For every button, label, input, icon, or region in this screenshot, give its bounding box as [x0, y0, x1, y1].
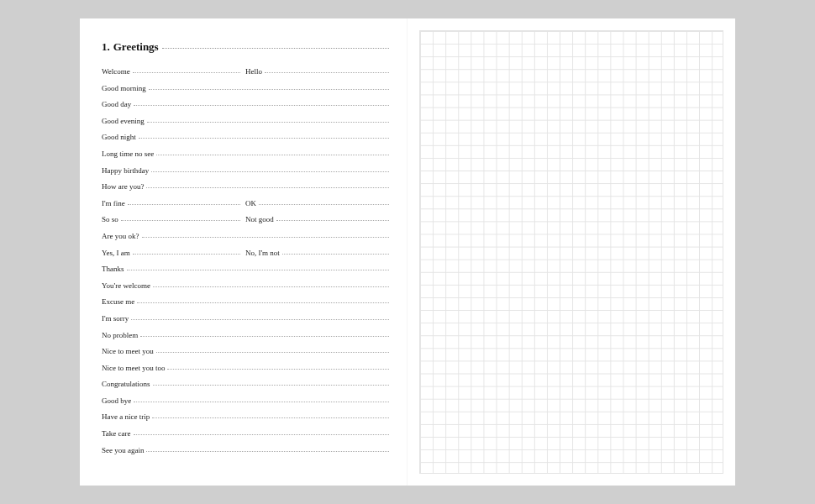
fill-line	[282, 254, 389, 255]
vocab-cell: Thanks	[102, 265, 389, 273]
fill-line	[139, 138, 389, 139]
vocab-term: I'm fine	[102, 199, 128, 207]
section-number: 1.	[102, 40, 113, 54]
vocab-cell: Good day	[102, 100, 389, 108]
vocab-cell: You're welcome	[102, 281, 389, 290]
vocab-row: Congratulations	[102, 380, 389, 396]
fill-line	[134, 105, 389, 106]
fill-line	[276, 220, 389, 221]
fill-line	[133, 254, 240, 255]
page-spread: 1. Greetings WelcomeHelloGood morningGoo…	[80, 18, 735, 486]
vocab-term: Take care	[102, 429, 134, 438]
vocab-row: No problem	[102, 331, 389, 348]
vocab-row: Good day	[102, 100, 389, 117]
vocab-row: I'm sorry	[102, 314, 389, 331]
vocab-term: Good bye	[102, 396, 134, 405]
vocab-term: Are you ok?	[102, 232, 142, 240]
grid-paper	[419, 30, 723, 474]
fill-line	[149, 89, 389, 90]
vocab-cell: I'm fine	[102, 199, 245, 207]
vocab-row: I'm fineOK	[102, 199, 389, 216]
vocab-term: How are you?	[102, 182, 146, 191]
vocab-term: So so	[102, 215, 121, 223]
section-title-text: Greetings	[113, 40, 162, 54]
vocab-row: How are you?	[102, 182, 389, 199]
vocab-term: Have a nice trip	[102, 412, 152, 421]
fill-line	[137, 302, 389, 303]
vocab-term: Good morning	[102, 84, 149, 92]
vocab-term: Congratulations	[102, 380, 153, 388]
vocab-cell: Long time no see	[102, 150, 389, 158]
vocab-cell: Congratulations	[102, 380, 389, 388]
vocab-term: OK	[245, 199, 259, 207]
vocab-term: Good day	[102, 100, 134, 108]
vocab-row: Thanks	[102, 265, 389, 281]
fill-line	[146, 451, 389, 452]
vocab-term: Good night	[102, 133, 139, 141]
vocab-row: Yes, I amNo, I'm not	[102, 249, 389, 265]
vocab-cell: Are you ok?	[102, 232, 389, 240]
vocab-row: Nice to meet you	[102, 347, 389, 364]
vocab-cell: Take care	[102, 429, 389, 438]
fill-line	[167, 369, 389, 370]
vocab-row: Have a nice trip	[102, 412, 389, 429]
vocab-cell: Good bye	[102, 396, 389, 405]
fill-line	[134, 402, 389, 402]
vocab-row: So soNot good	[102, 215, 389, 232]
vocab-row: Long time no see	[102, 150, 389, 166]
vocab-term: No problem	[102, 331, 140, 339]
vocab-cell: Welcome	[102, 67, 245, 76]
vocab-cell: Yes, I am	[102, 249, 245, 257]
vocab-term: You're welcome	[102, 281, 153, 290]
fill-line	[133, 72, 240, 73]
fill-line	[121, 220, 240, 221]
vocab-cell: Happy birthday	[102, 166, 389, 175]
fill-line	[146, 187, 389, 188]
vocab-row: Excuse me	[102, 297, 389, 314]
right-page	[408, 18, 735, 486]
vocab-cell: Excuse me	[102, 297, 389, 306]
vocab-cell: Good evening	[102, 117, 389, 125]
vocab-term: Hello	[245, 67, 265, 76]
vocab-cell: No problem	[102, 331, 389, 339]
fill-line	[142, 237, 390, 238]
fill-line	[134, 434, 389, 435]
fill-line	[127, 270, 390, 270]
fill-line	[147, 122, 389, 123]
vocab-cell: Have a nice trip	[102, 412, 389, 421]
fill-line	[152, 417, 389, 418]
vocab-row: You're welcome	[102, 281, 389, 298]
vocab-term: I'm sorry	[102, 314, 131, 323]
section-heading: 1. Greetings	[102, 40, 389, 54]
vocab-term: Nice to meet you	[102, 347, 156, 355]
vocab-term: Long time no see	[102, 150, 156, 158]
vocab-cell: Nice to meet you too	[102, 364, 389, 372]
vocab-row: Nice to meet you too	[102, 364, 389, 381]
vocab-term: Nice to meet you too	[102, 364, 167, 372]
vocab-row: Are you ok?	[102, 232, 389, 249]
vocab-cell: Good night	[102, 133, 389, 141]
vocabulary-list: WelcomeHelloGood morningGood dayGood eve…	[102, 67, 389, 462]
vocab-cell: OK	[245, 199, 389, 207]
fill-line	[156, 352, 389, 353]
vocab-cell: Nice to meet you	[102, 347, 389, 355]
fill-line	[156, 155, 389, 155]
vocab-cell: See you again	[102, 446, 389, 454]
vocab-row: Good morning	[102, 84, 389, 101]
vocab-term: Thanks	[102, 265, 127, 273]
fill-line	[259, 204, 389, 205]
vocab-row: WelcomeHello	[102, 67, 389, 84]
fill-line	[153, 385, 390, 386]
vocab-term: Not good	[245, 215, 276, 223]
vocab-row: See you again	[102, 446, 389, 463]
fill-line	[265, 72, 389, 73]
vocab-row: Take care	[102, 429, 389, 446]
fill-line	[153, 286, 389, 287]
vocab-term: No, I'm not	[245, 249, 282, 257]
vocab-row: Happy birthday	[102, 166, 389, 183]
vocab-cell: Not good	[245, 215, 389, 223]
vocab-cell: Good morning	[102, 84, 389, 92]
vocab-cell: Hello	[245, 67, 389, 76]
fill-line	[140, 336, 389, 337]
vocab-term: Excuse me	[102, 297, 137, 306]
